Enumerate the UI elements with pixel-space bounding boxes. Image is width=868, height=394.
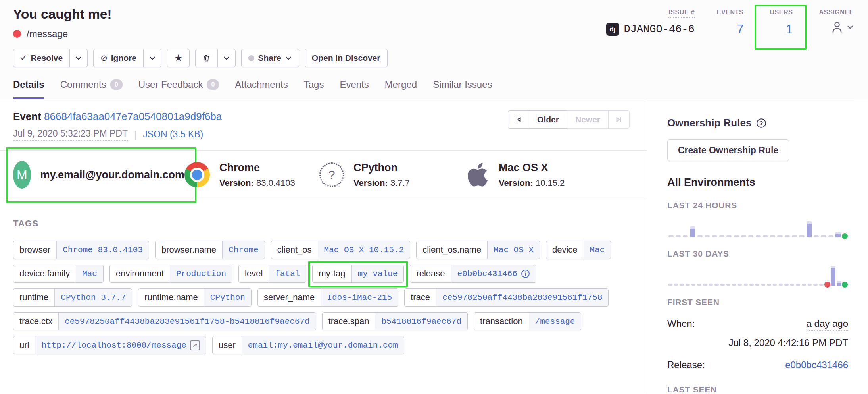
tag-value-link[interactable]: Mac — [76, 265, 103, 282]
events-count[interactable]: 7 — [737, 22, 743, 37]
tag-value-link[interactable]: /message — [529, 313, 581, 330]
resolve-dropdown-button[interactable] — [69, 49, 88, 67]
event-count-bar — [835, 232, 840, 237]
tag-key: client_os.name — [417, 241, 487, 259]
ignore-dropdown-button[interactable] — [143, 49, 161, 67]
user-feedback-count-badge: 0 — [207, 79, 219, 90]
ignore-button[interactable]: ⊘ Ignore — [93, 49, 144, 67]
chart-bin — [726, 235, 733, 237]
create-ownership-rule-button[interactable]: Create Ownership Rule — [667, 139, 789, 161]
tag-key: level — [239, 265, 269, 282]
tag-value-link[interactable]: ce5978250aff4438ba283e91561f1758 — [436, 289, 608, 306]
event-count-bar — [807, 221, 811, 237]
tab-attachments[interactable]: Attachments — [235, 79, 288, 99]
chart-bin — [813, 235, 820, 237]
zero-dash — [755, 284, 760, 286]
tab-user-feedback[interactable]: User Feedback0 — [138, 79, 219, 99]
tag-value-link[interactable]: email:my.email@your.domain.com — [242, 336, 404, 354]
zero-dash — [770, 235, 775, 237]
delete-dropdown-button[interactable] — [217, 49, 236, 67]
chart-bin — [766, 284, 772, 286]
zero-dash — [749, 284, 754, 286]
event-id-link[interactable]: 86684fa63aa047e7a0540801a9d9f6ba — [44, 110, 222, 122]
newer-event-button[interactable]: Newer — [567, 110, 609, 129]
zero-dash — [709, 284, 713, 286]
tag-pill-client_os: client_osMac OS X 10.15.2 — [271, 241, 410, 259]
oldest-event-button[interactable] — [508, 110, 529, 129]
external-link-icon[interactable]: ↗ — [190, 340, 200, 350]
tag-value-link[interactable]: b5418816f9aec67d — [375, 313, 467, 330]
tab-events[interactable]: Events — [340, 79, 369, 99]
tag-value-link[interactable]: fatal — [269, 265, 306, 282]
tag-value-link[interactable]: Idos-iMac-215 — [321, 289, 398, 306]
event-json-link[interactable]: JSON (3.5 KB) — [143, 129, 203, 140]
chart-bin — [702, 284, 708, 286]
tag-value-link[interactable]: CPython 3.7.7 — [54, 289, 132, 306]
tag-key: release — [410, 265, 451, 282]
zero-dash — [761, 284, 766, 286]
delete-button[interactable] — [195, 49, 218, 67]
tag-value-link[interactable]: Chrome — [222, 241, 265, 259]
tag-pill-runtime.name: runtime.nameCPython — [138, 288, 252, 307]
bookmark-star-button[interactable]: ★ — [167, 49, 190, 67]
tag-value-link[interactable]: my value — [351, 265, 404, 282]
tag-value-link[interactable]: ce5978250aff4438ba283e91561f1758-b541881… — [58, 313, 316, 330]
zero-dash — [821, 235, 826, 237]
tag-pill-device: deviceMac — [546, 241, 611, 259]
first-seen-label: FIRST SEEN — [667, 297, 848, 307]
release-info-icon[interactable] — [521, 269, 530, 278]
zero-dash — [691, 284, 696, 286]
tag-key: runtime — [13, 289, 54, 306]
assignee-selector[interactable] — [830, 20, 854, 34]
person-icon — [830, 20, 844, 34]
zero-dash — [686, 284, 690, 286]
tag-value-link[interactable]: Chrome 83.0.4103 — [56, 241, 149, 259]
browser-name: Chrome — [219, 162, 295, 174]
tags-heading: TAGS — [13, 218, 635, 229]
tab-tags[interactable]: Tags — [304, 79, 324, 99]
tab-similar-issues[interactable]: Similar Issues — [433, 79, 492, 99]
check-icon: ✓ — [20, 53, 27, 63]
ignore-icon: ⊘ — [100, 53, 108, 63]
zero-dash — [712, 235, 717, 237]
title-block: You caught me! /message — [13, 6, 111, 39]
tag-value-link[interactable]: Mac — [584, 241, 611, 259]
skip-to-latest-button[interactable] — [608, 110, 630, 129]
last-24-hours-label: LAST 24 HOURS — [667, 201, 848, 210]
tag-value-link[interactable]: Mac OS X 10.15.2 — [318, 241, 410, 259]
chart-bin — [818, 284, 824, 286]
older-event-button[interactable]: Older — [529, 110, 567, 129]
tab-merged[interactable]: Merged — [385, 79, 417, 99]
chart-bin — [836, 281, 842, 286]
tag-value-link[interactable]: Production — [170, 265, 232, 282]
tab-comments[interactable]: Comments0 — [60, 79, 123, 99]
chart-bin — [789, 284, 795, 286]
tag-value-link[interactable]: e0b0bc431466 — [451, 265, 536, 282]
first-seen-release-link[interactable]: e0b0bc431466 — [785, 359, 848, 371]
first-seen-dot — [824, 282, 830, 288]
user-context-card[interactable]: M my.email@your.domain.com — [13, 161, 184, 189]
tag-value-link[interactable]: http://localhost:8000/message↗ — [35, 336, 205, 354]
tag-value-link[interactable]: CPython — [204, 289, 251, 306]
issue-number-stat: ISSUE # dj DJANGO-46-6 — [606, 9, 695, 39]
share-button[interactable]: Share — [241, 49, 299, 67]
open-in-discover-button[interactable]: Open in Discover — [305, 49, 388, 67]
action-toolbar: ✓ Resolve ⊘ Ignore ★ — [13, 49, 854, 67]
runtime-name: CPython — [353, 162, 410, 174]
tab-details[interactable]: Details — [13, 79, 44, 99]
chart-bin — [720, 284, 726, 286]
chart-bin — [755, 284, 760, 286]
users-count[interactable]: 1 — [786, 22, 793, 37]
event-count-bar — [837, 281, 841, 286]
chart-bin — [760, 284, 766, 286]
resolve-button[interactable]: ✓ Resolve — [13, 49, 70, 67]
chart-bin — [784, 235, 791, 237]
tag-pill-my-tag: my-tagmy value — [312, 265, 404, 283]
chart-bin — [830, 266, 836, 286]
chart-bin — [762, 235, 769, 237]
chart-bin — [731, 284, 737, 286]
tag-value-link[interactable]: Mac OS X — [487, 241, 540, 259]
tags-section: TAGS browserChrome 83.0.4103browser.name… — [0, 218, 647, 354]
help-question-icon[interactable]: ? — [756, 118, 766, 128]
zero-dash — [799, 235, 804, 237]
